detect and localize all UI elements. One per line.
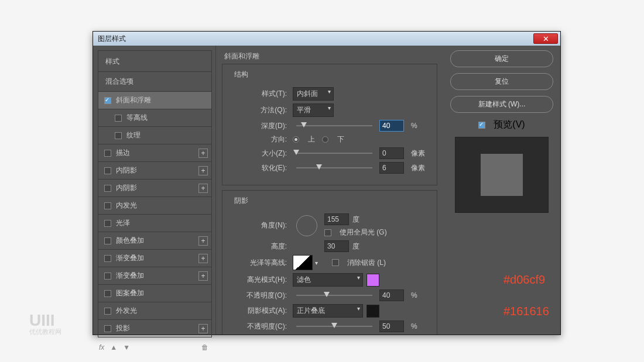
antialias-checkbox[interactable] bbox=[332, 259, 339, 266]
antialias-label: 消除锯齿 (L) bbox=[347, 258, 386, 268]
technique-select[interactable]: 平滑 bbox=[293, 104, 334, 117]
preview-label: 预览(V) bbox=[494, 119, 525, 131]
shadow-mode-select[interactable]: 正片叠底 bbox=[293, 304, 363, 318]
layer-style-dialog: 图层样式 ✕ 样式 混合选项 斜面和浮雕等高线纹理描边+内阴影+内阴影+内发光光… bbox=[93, 31, 561, 335]
highlight-color-swatch[interactable] bbox=[366, 274, 379, 287]
highlight-opacity-slider[interactable] bbox=[296, 295, 372, 296]
annotation-highlight-color: #d06cf9 bbox=[503, 273, 545, 287]
style-item-12[interactable]: 外发光 bbox=[98, 302, 211, 319]
style-checkbox[interactable] bbox=[104, 185, 111, 192]
trash-icon[interactable]: 🗑 bbox=[201, 343, 210, 351]
right-column: 确定 复位 新建样式 (W)... 预览(V) bbox=[443, 46, 560, 335]
preview-box bbox=[455, 137, 549, 213]
new-style-button[interactable]: 新建样式 (W)... bbox=[450, 96, 553, 113]
gloss-contour-swatch[interactable] bbox=[293, 255, 313, 270]
angle-control[interactable] bbox=[296, 215, 317, 236]
style-checkbox[interactable] bbox=[104, 237, 111, 244]
style-item-label: 等高线 bbox=[126, 113, 148, 123]
style-item-label: 内发光 bbox=[116, 201, 137, 211]
size-label: 大小(Z): bbox=[229, 149, 287, 158]
depth-unit: % bbox=[411, 122, 417, 130]
style-select[interactable]: 内斜面 bbox=[293, 87, 334, 101]
soften-input[interactable]: 6 bbox=[379, 162, 404, 174]
shading-title: 阴影 bbox=[232, 196, 251, 206]
arrow-down-icon[interactable]: ▼ bbox=[123, 343, 130, 351]
sidebar-header: 样式 bbox=[98, 51, 211, 71]
style-item-8[interactable]: 颜色叠加+ bbox=[98, 232, 211, 249]
add-effect-button[interactable]: + bbox=[198, 271, 208, 281]
style-checkbox[interactable] bbox=[104, 97, 111, 104]
direction-up-radio[interactable] bbox=[293, 136, 299, 143]
style-checkbox[interactable] bbox=[104, 202, 111, 209]
size-slider[interactable] bbox=[296, 153, 372, 154]
style-checkbox[interactable] bbox=[104, 255, 111, 262]
shadow-opacity-unit: % bbox=[411, 322, 417, 330]
style-item-9[interactable]: 渐变叠加+ bbox=[98, 249, 211, 267]
style-item-label: 斜面和浮雕 bbox=[116, 95, 151, 105]
add-effect-button[interactable]: + bbox=[198, 166, 208, 175]
depth-slider[interactable] bbox=[296, 125, 372, 126]
style-checkbox[interactable] bbox=[115, 115, 122, 122]
blending-options[interactable]: 混合选项 bbox=[98, 71, 211, 91]
highlight-mode-select[interactable]: 滤色 bbox=[293, 273, 363, 287]
style-checkbox[interactable] bbox=[104, 167, 111, 174]
add-effect-button[interactable]: + bbox=[198, 324, 208, 333]
style-checkbox[interactable] bbox=[104, 290, 111, 297]
shadow-opacity-label: 不透明度(C): bbox=[229, 322, 287, 332]
size-unit: 像素 bbox=[411, 149, 425, 158]
style-item-0[interactable]: 斜面和浮雕 bbox=[98, 91, 211, 109]
highlight-mode-label: 高光模式(H): bbox=[229, 275, 287, 285]
angle-unit: 度 bbox=[352, 215, 359, 225]
direction-label: 方向: bbox=[229, 135, 287, 144]
altitude-unit: 度 bbox=[352, 242, 359, 251]
cancel-button[interactable]: 复位 bbox=[450, 73, 553, 90]
shadow-opacity-input[interactable]: 50 bbox=[379, 320, 404, 332]
style-item-13[interactable]: 投影+ bbox=[98, 319, 211, 337]
preview-swatch bbox=[481, 154, 523, 196]
add-effect-button[interactable]: + bbox=[198, 254, 208, 263]
dialog-title: 图层样式 bbox=[98, 34, 126, 44]
fx-label[interactable]: fx bbox=[99, 343, 104, 351]
angle-input[interactable]: 155 bbox=[324, 213, 349, 225]
close-button[interactable]: ✕ bbox=[533, 33, 558, 44]
shadow-color-swatch[interactable] bbox=[366, 305, 379, 318]
style-item-7[interactable]: 光泽 bbox=[98, 214, 211, 232]
style-checkbox[interactable] bbox=[104, 150, 111, 157]
altitude-label: 高度: bbox=[229, 242, 287, 251]
style-checkbox[interactable] bbox=[115, 132, 122, 139]
style-checkbox[interactable] bbox=[104, 220, 111, 227]
shadow-mode-label: 阴影模式(A): bbox=[229, 306, 287, 316]
style-item-label: 颜色叠加 bbox=[116, 236, 144, 246]
style-item-4[interactable]: 内阴影+ bbox=[98, 161, 211, 179]
global-light-checkbox[interactable] bbox=[324, 229, 331, 236]
structure-fieldset: 结构 样式(T): 内斜面 方法(Q): 平滑 深度(D): 40 % 方向: bbox=[222, 64, 437, 185]
style-item-11[interactable]: 图案叠加 bbox=[98, 284, 211, 302]
altitude-input[interactable]: 30 bbox=[324, 240, 349, 252]
add-effect-button[interactable]: + bbox=[198, 236, 208, 246]
style-item-5[interactable]: 内阴影+ bbox=[98, 179, 211, 196]
highlight-opacity-input[interactable]: 40 bbox=[379, 289, 404, 301]
size-input[interactable]: 0 bbox=[379, 147, 404, 159]
style-item-label: 内阴影 bbox=[116, 183, 137, 193]
direction-down-radio[interactable] bbox=[322, 136, 328, 143]
style-item-label: 外发光 bbox=[116, 306, 137, 316]
gloss-contour-label: 光泽等高线: bbox=[229, 258, 287, 268]
shadow-opacity-slider[interactable] bbox=[296, 326, 372, 327]
add-effect-button[interactable]: + bbox=[198, 184, 208, 193]
soften-slider[interactable] bbox=[296, 167, 372, 168]
ok-button[interactable]: 确定 bbox=[450, 50, 553, 67]
style-item-10[interactable]: 渐变叠加+ bbox=[98, 267, 211, 284]
style-item-1[interactable]: 等高线 bbox=[98, 109, 211, 126]
style-checkbox[interactable] bbox=[104, 273, 111, 280]
style-checkbox[interactable] bbox=[104, 325, 111, 332]
style-item-2[interactable]: 纹理 bbox=[98, 126, 211, 144]
style-item-3[interactable]: 描边+ bbox=[98, 144, 211, 161]
arrow-up-icon[interactable]: ▲ bbox=[110, 343, 117, 351]
annotation-shadow-color: #161616 bbox=[503, 305, 549, 318]
shading-fieldset: 阴影 角度(N): 155 度 使用全局光 (G) bbox=[222, 190, 437, 335]
preview-checkbox[interactable] bbox=[478, 122, 485, 129]
style-item-6[interactable]: 内发光 bbox=[98, 196, 211, 214]
add-effect-button[interactable]: + bbox=[198, 149, 208, 158]
depth-input[interactable]: 40 bbox=[379, 120, 404, 132]
style-checkbox[interactable] bbox=[104, 308, 111, 315]
